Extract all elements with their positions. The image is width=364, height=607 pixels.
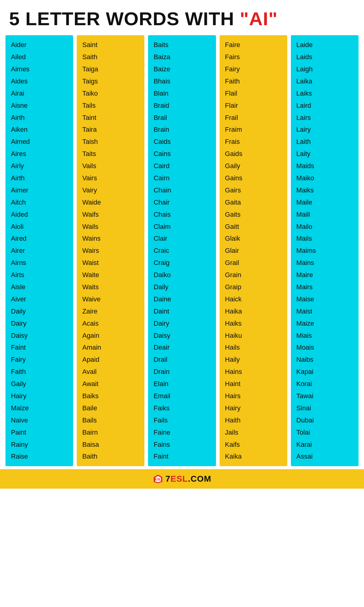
- list-item: Aider: [5, 39, 73, 51]
- list-item: Daisy: [5, 330, 73, 342]
- list-item: Gairs: [220, 184, 287, 196]
- page-title: 5 LETTER WORDS WITH "AI": [9, 8, 355, 29]
- list-item: Kapai: [291, 366, 359, 378]
- list-item: Saith: [77, 51, 144, 63]
- list-item: Laika: [291, 75, 359, 87]
- list-item: Saint: [77, 39, 144, 51]
- list-item: Wairs: [77, 245, 144, 257]
- list-item: Craig: [148, 257, 216, 269]
- list-item: Baisa: [77, 439, 144, 451]
- footer-dot-com: .COM: [188, 474, 211, 483]
- list-item: Caids: [148, 136, 216, 148]
- list-item: Hairy: [5, 390, 73, 402]
- list-item: Again: [77, 330, 144, 342]
- list-item: Paint: [5, 426, 73, 439]
- list-item: Apaid: [77, 354, 144, 366]
- list-item: Airth: [5, 112, 73, 124]
- list-item: Aiken: [5, 124, 73, 136]
- list-item: Fairy: [5, 354, 73, 366]
- list-item: Gaits: [220, 209, 287, 221]
- list-item: Deair: [148, 341, 216, 354]
- list-item: Taits: [77, 148, 144, 160]
- list-item: Aitch: [5, 196, 73, 209]
- list-item: Waits: [77, 281, 144, 293]
- list-item: Fairs: [220, 51, 287, 63]
- list-item: Taint: [77, 112, 144, 124]
- list-item: Maims: [291, 245, 359, 257]
- page-wrapper: 5 LETTER WORDS WITH "AI" AiderAiledAimes…: [0, 0, 364, 489]
- list-item: Aimed: [5, 136, 73, 148]
- list-item: Grail: [220, 257, 287, 269]
- list-item: Laigh: [291, 63, 359, 75]
- list-item: Frail: [220, 112, 287, 124]
- list-item: Ailed: [5, 51, 73, 63]
- list-item: Clair: [148, 232, 216, 245]
- list-item: Karai: [291, 439, 359, 451]
- list-item: Vairs: [77, 172, 144, 184]
- list-item: Brain: [148, 124, 216, 136]
- footer: ESL 7ESL.COM: [0, 469, 364, 489]
- list-item: Lairs: [291, 112, 359, 124]
- list-item: Maist: [291, 305, 359, 317]
- list-item: Chair: [148, 196, 216, 209]
- list-item: Await: [77, 378, 144, 390]
- list-item: Haick: [220, 293, 287, 305]
- list-item: Airer: [5, 245, 73, 257]
- footer-text: 7ESL.COM: [165, 474, 211, 484]
- list-item: Taish: [77, 136, 144, 148]
- list-item: Brail: [148, 112, 216, 124]
- list-item: Baiza: [148, 51, 216, 63]
- list-item: Sinai: [291, 402, 359, 414]
- list-item: Laird: [291, 100, 359, 112]
- list-item: Mails: [291, 232, 359, 245]
- list-item: Haiku: [220, 330, 287, 342]
- list-item: Maile: [291, 196, 359, 209]
- list-item: Baiks: [77, 390, 144, 402]
- column-1: AiderAiledAimesAidesAiraiAisneAirthAiken…: [5, 35, 73, 466]
- list-item: Elain: [148, 378, 216, 390]
- column-4: FaireFairsFairyFaithFlailFlairFrailFraim…: [220, 35, 287, 466]
- list-item: Maire: [291, 269, 359, 281]
- list-item: Mairs: [291, 281, 359, 293]
- list-item: Aioli: [5, 221, 73, 233]
- list-item: Mailo: [291, 221, 359, 233]
- list-item: Graip: [220, 281, 287, 293]
- column-5: LaideLaidsLaighLaikaLaiksLairdLairsLairy…: [291, 35, 359, 466]
- list-item: Tawai: [291, 390, 359, 402]
- list-item: Naive: [5, 414, 73, 426]
- list-item: Frais: [220, 136, 287, 148]
- list-item: Daily: [148, 281, 216, 293]
- list-item: Airns: [5, 257, 73, 269]
- list-item: Haika: [220, 305, 287, 317]
- list-item: Gaily: [5, 378, 73, 390]
- list-item: Chain: [148, 184, 216, 196]
- list-item: Aides: [5, 75, 73, 87]
- list-item: Baize: [148, 63, 216, 75]
- list-item: Dairy: [5, 317, 73, 330]
- list-item: Vairy: [77, 184, 144, 196]
- list-item: Faire: [220, 39, 287, 51]
- list-item: Laity: [291, 148, 359, 160]
- list-item: Wains: [77, 232, 144, 245]
- list-item: Lairy: [291, 124, 359, 136]
- list-item: Waist: [77, 257, 144, 269]
- list-item: Kaifs: [220, 439, 287, 451]
- list-item: Bairn: [77, 426, 144, 439]
- list-item: Taiga: [77, 63, 144, 75]
- list-item: Gaids: [220, 148, 287, 160]
- list-item: Baile: [77, 402, 144, 414]
- list-item: Waide: [77, 196, 144, 209]
- list-item: Faint: [148, 450, 216, 463]
- list-item: Fains: [148, 439, 216, 451]
- list-item: Blain: [148, 87, 216, 100]
- list-item: Hairy: [220, 402, 287, 414]
- list-item: Flair: [220, 100, 287, 112]
- list-item: Maize: [5, 402, 73, 414]
- list-item: Craic: [148, 245, 216, 257]
- list-item: Avail: [77, 366, 144, 378]
- list-item: Hairs: [220, 390, 287, 402]
- list-item: Mains: [291, 257, 359, 269]
- list-item: Caird: [148, 160, 216, 172]
- list-item: Laids: [291, 51, 359, 63]
- list-item: Moais: [291, 341, 359, 354]
